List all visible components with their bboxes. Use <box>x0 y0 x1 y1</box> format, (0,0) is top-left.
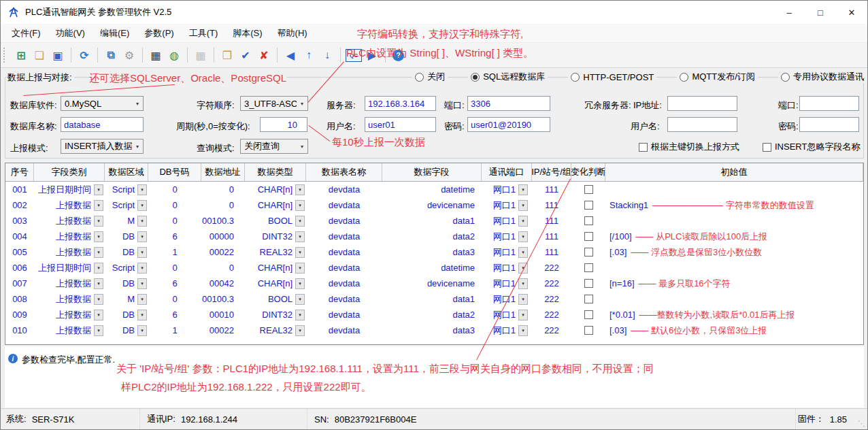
chevron-down-icon[interactable]: ▾ <box>295 325 305 336</box>
refresh-icon[interactable]: ⟳ <box>76 47 93 63</box>
chevron-down-icon[interactable]: ▾ <box>295 310 305 320</box>
change-checkbox[interactable] <box>584 263 593 272</box>
chevron-down-icon[interactable]: ▾ <box>137 278 147 289</box>
chevron-down-icon[interactable]: ▾ <box>518 310 528 320</box>
monitor-edit-icon[interactable]: ▦ <box>148 47 164 63</box>
period-input[interactable] <box>260 117 307 132</box>
chevron-down-icon[interactable]: ▾ <box>137 184 147 195</box>
server-input[interactable] <box>365 96 436 111</box>
chevron-down-icon[interactable]: ▾ <box>137 325 147 336</box>
chevron-down-icon[interactable]: ▾ <box>137 216 147 227</box>
chevron-down-icon[interactable]: ▾ <box>94 310 103 320</box>
chevron-down-icon[interactable]: ▾ <box>94 263 103 274</box>
change-checkbox[interactable] <box>584 201 593 210</box>
change-checkbox[interactable] <box>584 232 593 241</box>
password-input[interactable] <box>467 117 550 132</box>
radio-off[interactable]: 关闭 <box>412 71 448 83</box>
change-checkbox[interactable] <box>584 310 593 319</box>
chevron-down-icon[interactable]: ▾ <box>94 247 103 258</box>
query-mode-select[interactable]: 关闭查询 ▾ <box>240 139 308 154</box>
cell-init <box>605 213 863 229</box>
chevron-down-icon[interactable]: ▾ <box>94 231 103 242</box>
apply-icon[interactable]: ✔ <box>237 47 254 63</box>
chevron-down-icon[interactable]: ▾ <box>295 184 305 195</box>
username-input[interactable] <box>365 117 436 132</box>
chevron-down-icon[interactable]: ▾ <box>295 263 305 274</box>
insert-ignore-fields-checkbox[interactable]: INSERT忽略字段名称 <box>763 141 860 153</box>
chevron-down-icon[interactable]: ▾ <box>295 231 305 242</box>
chevron-down-icon[interactable]: ▾ <box>94 184 103 195</box>
menu-item-2[interactable]: 编辑(E) <box>93 24 137 42</box>
chevron-down-icon[interactable]: ▾ <box>295 294 305 305</box>
change-checkbox[interactable] <box>584 326 593 335</box>
chevron-down-icon[interactable]: ▾ <box>94 278 103 289</box>
chevron-down-icon[interactable]: ▾ <box>137 200 147 211</box>
save-icon[interactable]: ▣ <box>50 47 66 63</box>
chevron-down-icon[interactable]: ▾ <box>295 278 305 289</box>
chevron-down-icon[interactable]: ▾ <box>518 184 528 195</box>
chevron-down-icon[interactable]: ▾ <box>295 216 305 227</box>
menu-item-0[interactable]: 文件(F) <box>4 24 48 42</box>
radio-sql[interactable]: SQL远程数据库 <box>468 71 548 83</box>
chevron-down-icon[interactable]: ▾ <box>518 294 528 305</box>
menu-item-6[interactable]: 帮助(H) <box>270 24 315 42</box>
globe-device-icon[interactable]: ◍ <box>166 47 182 63</box>
chevron-down-icon[interactable]: ▾ <box>94 200 103 211</box>
move-down-icon[interactable]: ↓ <box>319 47 335 63</box>
db-value: 0 <box>172 263 177 273</box>
delete-icon[interactable]: ✘ <box>256 47 272 63</box>
menu-item-5[interactable]: 脚本(S) <box>225 24 269 42</box>
change-checkbox[interactable] <box>584 295 593 303</box>
paste-add-icon[interactable]: ❐ <box>219 47 235 63</box>
move-up-icon[interactable]: ↑ <box>301 47 317 63</box>
report-mode-select[interactable]: INSERT插入数据 ▾ <box>61 139 144 154</box>
chevron-down-icon[interactable]: ▾ <box>137 294 147 305</box>
resize-grip[interactable]: ⋱ <box>858 419 865 428</box>
toolbar-separator <box>340 48 341 63</box>
chevron-down-icon[interactable]: ▾ <box>137 231 147 242</box>
db-software-select[interactable]: 0.MySQL ▾ <box>61 96 144 111</box>
port-input[interactable] <box>467 96 550 111</box>
chevron-down-icon[interactable]: ▾ <box>518 216 528 227</box>
radio-custom[interactable]: 专用协议数据通讯 <box>778 71 867 83</box>
primary-key-switch-checkbox[interactable]: 根据主键切换上报方式 <box>639 141 739 153</box>
menu-item-4[interactable]: 工具(T) <box>182 24 226 42</box>
chevron-down-icon[interactable]: ▾ <box>137 247 147 258</box>
menu-item-1[interactable]: 功能(V) <box>48 24 93 42</box>
close-button[interactable]: ✕ <box>836 1 867 24</box>
radio-mqtt[interactable]: MQTT发布/订阅 <box>677 71 757 83</box>
chevron-down-icon[interactable]: ▾ <box>295 200 305 211</box>
redundant-password-input[interactable] <box>799 117 859 132</box>
chevron-down-icon[interactable]: ▾ <box>94 294 103 305</box>
maximize-button[interactable]: □ <box>805 1 836 24</box>
init-annotation: —— 从PLC读取后除以100后上报 <box>636 231 768 243</box>
chevron-down-icon[interactable]: ▾ <box>94 216 103 227</box>
db-name-input[interactable] <box>61 117 144 132</box>
serial-port-icon[interactable]: ⚙ <box>121 47 137 63</box>
radio-http[interactable]: HTTP-GET/POST <box>568 71 656 83</box>
char-order-select[interactable]: 3_UTF8-ASCII ▾ <box>240 96 308 111</box>
chevron-down-icon[interactable]: ▾ <box>137 263 147 274</box>
change-checkbox[interactable] <box>584 248 593 257</box>
prev-icon[interactable]: ◀ <box>282 47 299 63</box>
change-checkbox[interactable] <box>584 185 593 194</box>
change-checkbox[interactable] <box>584 279 593 288</box>
chevron-down-icon[interactable]: ▾ <box>518 278 528 289</box>
menu-item-3[interactable]: 参数(P) <box>137 24 181 42</box>
redundant-ip-input[interactable] <box>667 96 737 111</box>
chevron-down-icon[interactable]: ▾ <box>518 231 528 242</box>
chevron-down-icon[interactable]: ▾ <box>518 200 528 211</box>
minimize-button[interactable]: – <box>773 1 805 24</box>
chevron-down-icon[interactable]: ▾ <box>94 325 103 336</box>
network-nodes-icon[interactable]: ⧉ <box>103 47 119 63</box>
chevron-down-icon[interactable]: ▾ <box>295 247 305 258</box>
network-config-icon[interactable]: ⊞ <box>13 47 29 63</box>
redundant-port-input[interactable] <box>799 96 859 111</box>
redundant-username-input[interactable] <box>667 117 737 132</box>
chevron-down-icon[interactable]: ▾ <box>137 310 147 320</box>
change-checkbox[interactable] <box>584 216 593 225</box>
chevron-down-icon[interactable]: ▾ <box>518 325 528 336</box>
open-file-icon[interactable]: ❏ <box>31 47 48 63</box>
table-value: devdata <box>329 247 360 257</box>
chevron-down-icon[interactable]: ▾ <box>518 247 528 258</box>
